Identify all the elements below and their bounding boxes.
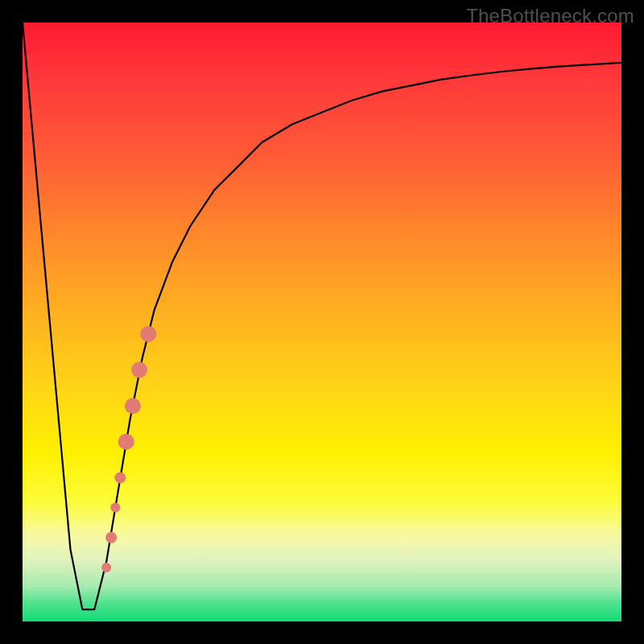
- chart-frame: TheBottleneck.com: [0, 0, 644, 644]
- marker-band-top: [140, 326, 156, 342]
- bottleneck-curve: [23, 23, 621, 609]
- marker-band-mid2: [125, 398, 141, 414]
- marker-dot-3: [105, 532, 117, 543]
- marker-group: [101, 326, 156, 572]
- marker-band-bot: [118, 434, 134, 450]
- marker-dot-2: [110, 503, 120, 513]
- marker-dot-1: [114, 472, 126, 483]
- curve-layer: [23, 23, 621, 621]
- marker-dot-4: [101, 563, 111, 572]
- marker-band-mid1: [131, 362, 147, 378]
- watermark-text: TheBottleneck.com: [466, 5, 634, 27]
- plot-area: [23, 23, 621, 621]
